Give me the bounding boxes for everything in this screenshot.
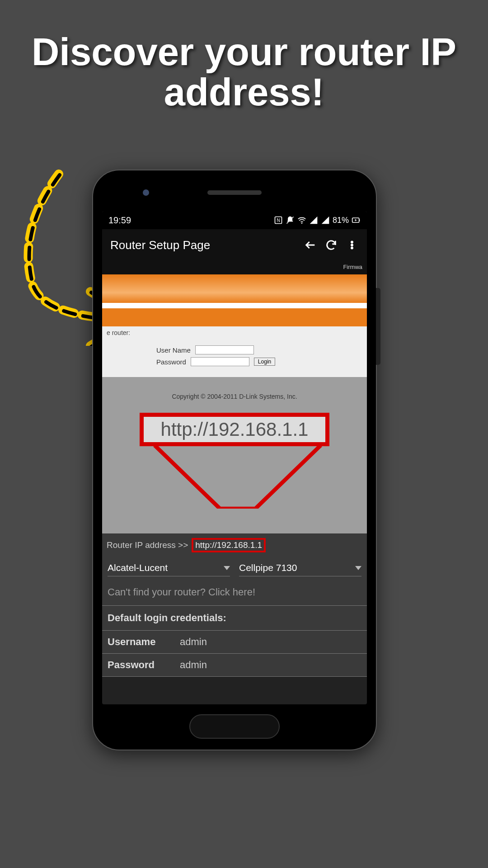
zoom-funnel-annotation (143, 445, 333, 509)
ip-address-row: Router IP address >> http://192.168.1.1 (102, 533, 367, 557)
brand-dropdown-value: Alcatel-Lucent (108, 562, 168, 573)
credential-password-value: admin (180, 659, 207, 671)
phone-camera (143, 189, 149, 196)
ip-address-label: Router IP address >> (107, 540, 188, 550)
svg-text:N: N (277, 218, 280, 223)
battery-percent: 81% (333, 216, 349, 225)
refresh-button[interactable] (324, 238, 338, 252)
phone-speaker (207, 190, 262, 195)
credential-password-row: Password admin (102, 654, 367, 677)
svg-rect-5 (359, 219, 360, 221)
url-zoom-block: http://192.168.1.1 (102, 405, 367, 533)
credential-password-label: Password (108, 659, 166, 671)
app-header: Router Setup Page (102, 229, 367, 261)
firmware-label: Firmwa (102, 261, 367, 274)
zoomed-url: http://192.168.1.1 (140, 413, 329, 446)
password-input[interactable] (191, 357, 249, 366)
wifi-icon (297, 216, 306, 225)
status-time: 19:59 (108, 215, 131, 226)
ip-address-value: http://192.168.1.1 (192, 538, 266, 552)
overflow-menu-button[interactable] (345, 238, 359, 252)
signal2-icon (321, 216, 330, 225)
credential-username-row: Username admin (102, 631, 367, 654)
dropdown-row: Alcatel-Lucent Cellpipe 7130 (102, 557, 367, 580)
phone-side-button (376, 288, 380, 365)
promo-headline: Discover your router IP address! (0, 32, 488, 113)
nfc-icon: N (274, 216, 283, 225)
phone-frame: 19:59 N 81% Router Setup Page (92, 170, 377, 750)
credential-username-label: Username (108, 636, 166, 648)
svg-point-6 (351, 241, 353, 243)
svg-point-3 (301, 222, 303, 224)
help-link[interactable]: Can't find your router? Click here! (102, 580, 367, 606)
chevron-down-icon (224, 566, 230, 570)
password-label: Password (156, 358, 186, 366)
router-label: e router: (102, 329, 130, 336)
copyright-text: Copyright © 2004-2011 D-Link Systems, In… (102, 377, 367, 405)
brand-dropdown[interactable]: Alcatel-Lucent (108, 560, 230, 576)
app-title: Router Setup Page (110, 238, 296, 252)
router-banner (102, 274, 367, 326)
router-webview[interactable]: Firmwa e router: User Name Password Logi… (102, 261, 367, 533)
svg-point-7 (351, 244, 353, 246)
signal-icon (309, 216, 318, 225)
battery-charging-icon (352, 216, 361, 225)
model-dropdown[interactable]: Cellpipe 7130 (239, 560, 361, 576)
model-dropdown-value: Cellpipe 7130 (239, 562, 297, 573)
login-form: User Name Password Login (102, 342, 367, 377)
credentials-heading: Default login credentials: (102, 606, 367, 631)
home-button[interactable] (189, 714, 280, 739)
chevron-down-icon (355, 566, 361, 570)
login-button[interactable]: Login (254, 358, 275, 366)
credential-username-value: admin (180, 636, 207, 648)
back-button[interactable] (304, 238, 317, 252)
username-input[interactable] (195, 345, 254, 354)
username-label: User Name (156, 346, 191, 354)
svg-point-8 (351, 247, 353, 249)
screen: 19:59 N 81% Router Setup Page (102, 211, 367, 704)
status-bar: 19:59 N 81% (102, 211, 367, 229)
mute-bell-icon (286, 216, 295, 225)
